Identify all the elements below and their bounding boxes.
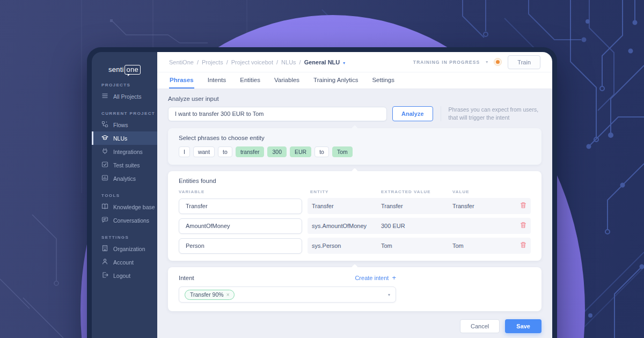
logo-text-suffix: one xyxy=(125,65,141,75)
breadcrumb-project-voicebot[interactable]: Project voicebot xyxy=(231,59,273,65)
table-row: sys.Person Tom Tom xyxy=(179,238,531,254)
app-window: sentione PROJECTS All Projects CURRENT P… xyxy=(87,47,557,338)
row-values: sys.Person Tom Tom xyxy=(308,238,531,254)
vertical-divider xyxy=(441,106,441,121)
phrase-token-highlighted[interactable]: Tom xyxy=(332,146,353,157)
sidebar-section-tools: TOOLS xyxy=(101,193,157,198)
entity-cell: sys.Person xyxy=(312,243,381,249)
chat-icon xyxy=(101,216,108,224)
sidebar-item-integrations[interactable]: Integrations xyxy=(92,145,157,158)
variable-name-input[interactable] xyxy=(179,199,302,214)
tab-settings[interactable]: Settings xyxy=(371,72,395,89)
breadcrumb-nlus[interactable]: NLUs xyxy=(281,59,296,65)
phrase-selection-card: Select phrases to choose entity I want t… xyxy=(168,128,541,165)
logo-text-prefix: senti xyxy=(108,65,123,74)
intent-tag-label: Transfer 90% xyxy=(190,291,224,298)
phrase-token[interactable]: to xyxy=(314,146,329,157)
analyze-row: Analyze Phrases you can expect from user… xyxy=(168,106,541,122)
tab-bar: Phrases Intents Entities Variables Train… xyxy=(157,72,552,89)
tab-training-analytics[interactable]: Training Anlytics xyxy=(313,72,358,89)
trash-icon xyxy=(520,241,526,250)
phrase-token-highlighted[interactable]: 300 xyxy=(267,146,287,157)
sidebar-item-analytics[interactable]: Analytics xyxy=(92,172,157,185)
intent-select-dropdown[interactable]: Transfer 90% × ▾ xyxy=(179,286,396,303)
checklist-icon xyxy=(101,161,108,169)
sidebar-section-current-project: CURRENT PROJECT xyxy=(101,111,157,116)
entities-found-card: Entities found VARIABLE ENTITY EXTRACTED… xyxy=(168,171,541,261)
sidebar-item-logout[interactable]: Logout xyxy=(92,269,157,282)
flow-icon xyxy=(101,121,108,129)
footer-actions: Cancel Save xyxy=(168,319,541,333)
sidebar-item-label: Test suites xyxy=(113,162,140,168)
remove-tag-icon[interactable]: × xyxy=(226,292,230,298)
hint-line-1: Phrases you can expect from users, xyxy=(449,106,539,114)
sidebar-item-test-suites[interactable]: Test suites xyxy=(92,158,157,172)
extracted-value-cell: 300 EUR xyxy=(381,223,452,229)
tab-intents[interactable]: Intents xyxy=(207,72,227,89)
breadcrumb-sentione[interactable]: SentiOne xyxy=(169,59,194,65)
sidebar-item-label: Integrations xyxy=(113,149,143,155)
training-status-label[interactable]: TRAINING IN PROGRESS xyxy=(413,60,480,65)
sidebar: sentione PROJECTS All Projects CURRENT P… xyxy=(92,52,157,338)
logout-icon xyxy=(101,271,108,280)
content-area: Analyze user input Analyze Phrases you c… xyxy=(157,89,552,333)
train-button[interactable]: Train xyxy=(508,55,540,69)
column-header-entity: ENTITY xyxy=(310,189,381,194)
delete-row-button[interactable] xyxy=(520,241,526,250)
breadcrumb-general-nlu[interactable]: General NLU xyxy=(304,59,340,65)
tab-variables[interactable]: Variables xyxy=(274,72,300,89)
value-cell: Tom xyxy=(452,243,520,249)
breadcrumb-projects[interactable]: Projects xyxy=(202,59,223,65)
trash-icon xyxy=(520,222,526,230)
sidebar-item-organization[interactable]: Organization xyxy=(92,242,157,255)
sidebar-item-label: Account xyxy=(113,259,134,266)
phrase-token[interactable]: want xyxy=(193,146,215,157)
analyze-user-input[interactable] xyxy=(168,107,387,121)
intent-card: Intent Create intent + Transfer 90% × xyxy=(168,267,541,311)
cancel-button[interactable]: Cancel xyxy=(460,319,500,333)
delete-row-button[interactable] xyxy=(520,202,526,210)
analyze-button[interactable]: Analyze xyxy=(392,106,433,121)
breadcrumb-separator: / xyxy=(226,59,228,65)
variable-name-input[interactable] xyxy=(179,218,302,234)
topbar: SentiOne / Projects / Project voicebot /… xyxy=(157,52,552,72)
extracted-value-cell: Tom xyxy=(381,243,452,249)
create-intent-link[interactable]: Create intent + xyxy=(355,274,396,282)
hint-line-2: that will trigger the intent xyxy=(449,114,539,122)
analyze-hint-text: Phrases you can expect from users, that … xyxy=(449,106,539,122)
sidebar-item-account[interactable]: Account xyxy=(92,255,157,269)
variable-name-input[interactable] xyxy=(179,238,302,254)
sidebar-item-flows[interactable]: Flows xyxy=(92,118,157,131)
phrase-token[interactable]: to xyxy=(218,146,232,157)
phrase-selection-title: Select phrases to choose entity xyxy=(179,135,531,141)
sidebar-item-label: Conversations xyxy=(113,217,149,224)
entity-cell: sys.AmountOfMoney xyxy=(312,223,381,229)
chevron-down-icon[interactable]: ▾ xyxy=(343,61,345,65)
row-values: Transfer Transfer Transfer xyxy=(308,198,531,214)
breadcrumb: SentiOne / Projects / Project voicebot /… xyxy=(169,59,345,65)
chevron-down-icon[interactable]: ▾ xyxy=(486,60,488,64)
save-button[interactable]: Save xyxy=(505,319,541,333)
tab-phrases[interactable]: Phrases xyxy=(169,72,194,89)
phrase-token-highlighted[interactable]: transfer xyxy=(236,146,265,157)
trash-icon xyxy=(520,202,526,210)
column-header-extracted-value: EXTRACTED VALUE xyxy=(381,189,452,194)
sidebar-item-conversations[interactable]: Conversations xyxy=(92,214,157,227)
sidebar-item-nlus[interactable]: NLUs xyxy=(92,131,157,145)
building-icon xyxy=(101,245,108,253)
sidebar-item-label: Knowledge base xyxy=(113,204,155,210)
entities-table-header: VARIABLE ENTITY EXTRACTED VALUE VALUE xyxy=(179,189,531,194)
sidebar-item-label: Flows xyxy=(113,122,128,128)
breadcrumb-separator: / xyxy=(197,59,199,65)
delete-row-button[interactable] xyxy=(520,222,526,230)
list-icon xyxy=(101,92,108,100)
entities-found-title: Entities found xyxy=(179,178,531,184)
tab-entities[interactable]: Entities xyxy=(239,72,261,89)
sidebar-item-knowledge-base[interactable]: Knowledge base xyxy=(92,200,157,214)
sidebar-item-label: NLUs xyxy=(113,135,127,142)
breadcrumb-separator: / xyxy=(276,59,278,65)
phrase-token[interactable]: I xyxy=(179,146,190,157)
phrase-token-highlighted[interactable]: EUR xyxy=(290,146,311,157)
topbar-right: TRAINING IN PROGRESS ▾ Train xyxy=(413,55,540,69)
sidebar-item-all-projects[interactable]: All Projects xyxy=(92,90,157,103)
